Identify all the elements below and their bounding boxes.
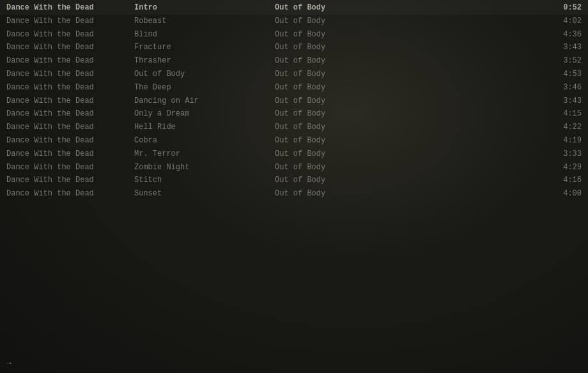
track-album: Out of Body [275, 56, 543, 66]
track-title: Out of Body [134, 69, 275, 80]
track-album: Out of Body [275, 82, 543, 93]
table-row[interactable]: Dance With the DeadIntroOut of Body0:52 [0, 0, 588, 15]
track-artist: Dance With the Dead [6, 16, 134, 27]
track-artist: Dance With the Dead [6, 188, 134, 199]
track-artist: Dance With the Dead [6, 175, 134, 186]
table-row[interactable]: Dance With the DeadThrasherOut of Body3:… [0, 54, 588, 68]
table-row[interactable]: Dance With the DeadSunsetOut of Body4:00 [0, 187, 588, 201]
track-album: Out of Body [275, 29, 543, 40]
track-artist: Dance With the Dead [6, 96, 134, 107]
table-row[interactable]: Dance With the DeadZombie NightOut of Bo… [0, 161, 588, 174]
track-album: Out of Body [275, 16, 543, 27]
track-title: Mr. Terror [134, 149, 275, 160]
track-title: Cobra [134, 135, 275, 146]
track-album: Out of Body [275, 175, 543, 186]
track-title: Stitch [134, 175, 275, 186]
track-title: Only a Dream [134, 109, 275, 119]
table-row[interactable]: Dance With the DeadFractureOut of Body3:… [0, 41, 588, 54]
track-title: Sunset [134, 188, 275, 199]
track-artist: Dance With the Dead [6, 42, 134, 53]
table-row[interactable]: Dance With the DeadBlindOut of Body4:36 [0, 28, 588, 42]
track-title: Intro [134, 3, 275, 13]
table-row[interactable]: Dance With the DeadOnly a DreamOut of Bo… [0, 107, 588, 121]
track-title: Thrasher [134, 56, 275, 66]
track-artist: Dance With the Dead [6, 82, 134, 93]
track-artist: Dance With the Dead [6, 109, 134, 119]
track-title: Hell Ride [134, 122, 275, 133]
track-album: Out of Body [275, 42, 543, 53]
track-artist: Dance With the Dead [6, 69, 134, 80]
table-row[interactable]: Dance With the DeadOut of BodyOut of Bod… [0, 68, 588, 81]
track-duration: 4:16 [543, 175, 582, 186]
track-title: Dancing on Air [134, 96, 275, 107]
table-row[interactable]: Dance With the DeadCobraOut of Body4:19 [0, 134, 588, 148]
track-artist: Dance With the Dead [6, 122, 134, 133]
table-row[interactable]: Dance With the DeadMr. TerrorOut of Body… [0, 148, 588, 161]
track-duration: 3:33 [543, 149, 582, 160]
track-title: The Deep [134, 82, 275, 93]
track-title: Zombie Night [134, 162, 275, 173]
track-album: Out of Body [275, 149, 543, 160]
track-list: Dance With the DeadIntroOut of Body0:52D… [0, 0, 588, 201]
track-duration: 4:19 [543, 135, 582, 146]
track-album: Out of Body [275, 109, 543, 119]
track-album: Out of Body [275, 96, 543, 107]
track-duration: 4:00 [543, 188, 582, 199]
track-artist: Dance With the Dead [6, 162, 134, 173]
track-duration: 0:52 [543, 3, 582, 13]
track-title: Blind [134, 29, 275, 40]
table-row[interactable]: Dance With the DeadDancing on AirOut of … [0, 95, 588, 108]
track-album: Out of Body [275, 162, 543, 173]
track-duration: 3:43 [543, 96, 582, 107]
table-row[interactable]: Dance With the DeadThe DeepOut of Body3:… [0, 81, 588, 95]
table-row[interactable]: Dance With the DeadHell RideOut of Body4… [0, 121, 588, 134]
track-duration: 4:53 [543, 69, 582, 80]
track-duration: 3:43 [543, 42, 582, 53]
track-album: Out of Body [275, 188, 543, 199]
track-duration: 4:36 [543, 29, 582, 40]
track-album: Out of Body [275, 135, 543, 146]
track-artist: Dance With the Dead [6, 56, 134, 66]
track-duration: 4:15 [543, 109, 582, 119]
track-album: Out of Body [275, 69, 543, 80]
track-album: Out of Body [275, 122, 543, 133]
track-title: Robeast [134, 16, 275, 27]
track-duration: 4:22 [543, 122, 582, 133]
track-artist: Dance With the Dead [6, 29, 134, 40]
track-artist: Dance With the Dead [6, 135, 134, 146]
track-duration: 3:46 [543, 82, 582, 93]
track-album: Out of Body [275, 3, 543, 13]
track-duration: 4:02 [543, 16, 582, 27]
table-row[interactable]: Dance With the DeadStitchOut of Body4:16 [0, 174, 588, 187]
track-title: Fracture [134, 42, 275, 53]
track-duration: 4:29 [543, 162, 582, 173]
track-duration: 3:52 [543, 56, 582, 66]
table-row[interactable]: Dance With the DeadRobeastOut of Body4:0… [0, 15, 588, 28]
track-artist: Dance With the Dead [6, 149, 134, 160]
track-artist: Dance With the Dead [6, 3, 134, 13]
arrow-indicator: → [6, 358, 12, 368]
